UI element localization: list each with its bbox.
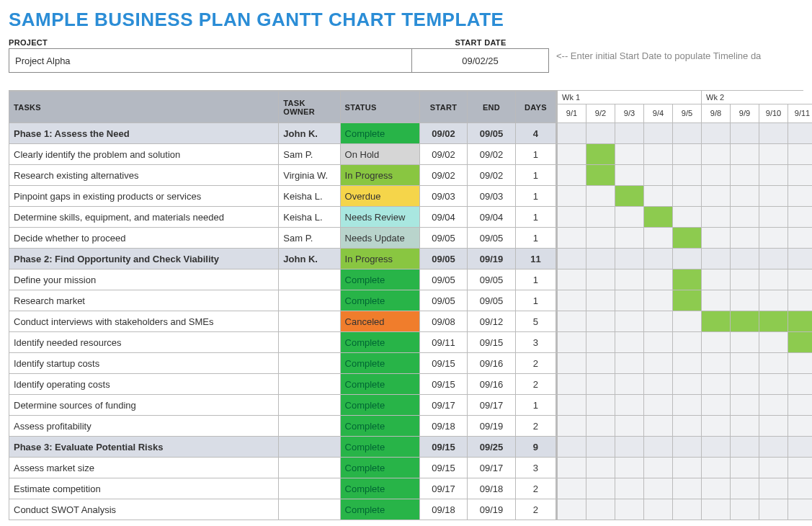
task-start-cell[interactable]: 09/17 (419, 478, 468, 499)
task-end-cell[interactable]: 09/05 (468, 269, 516, 290)
task-name-cell[interactable]: Assess profitability (9, 416, 279, 437)
task-end-cell[interactable]: 09/15 (468, 332, 516, 353)
phase-row[interactable]: Phase 3: Evaluate Potential RisksComplet… (9, 437, 556, 458)
task-status-cell[interactable]: Complete (340, 499, 419, 520)
task-status-cell[interactable]: Complete (340, 416, 419, 437)
task-owner-cell[interactable] (279, 290, 340, 311)
task-row[interactable]: Pinpoint gaps in existing products or se… (9, 186, 556, 207)
task-status-cell[interactable]: Complete (340, 353, 419, 374)
phase-row[interactable]: Phase 1: Assess the NeedJohn K.Complete0… (9, 123, 556, 144)
task-name-cell[interactable]: Phase 1: Assess the Need (9, 123, 279, 144)
task-row[interactable]: Assess profitabilityComplete09/1809/192 (9, 416, 556, 437)
task-start-cell[interactable]: 09/08 (419, 311, 468, 332)
task-start-cell[interactable]: 09/05 (419, 228, 468, 249)
task-end-cell[interactable]: 09/17 (468, 395, 516, 416)
task-end-cell[interactable]: 09/17 (468, 458, 516, 478)
task-owner-cell[interactable] (279, 416, 340, 437)
task-start-cell[interactable]: 09/18 (419, 416, 468, 437)
task-days-cell[interactable]: 5 (515, 311, 556, 332)
task-name-cell[interactable]: Conduct interviews with stakeholders and… (9, 311, 279, 332)
task-row[interactable]: Estimate competitionComplete09/1709/182 (9, 478, 556, 499)
task-start-cell[interactable]: 09/11 (419, 332, 468, 353)
task-row[interactable]: Conduct SWOT AnalysisComplete09/1809/192 (9, 499, 556, 520)
task-end-cell[interactable]: 09/02 (468, 165, 516, 186)
task-owner-cell[interactable] (279, 458, 340, 478)
task-days-cell[interactable]: 1 (515, 186, 556, 207)
task-owner-cell[interactable] (279, 437, 340, 458)
task-row[interactable]: Assess market sizeComplete09/1509/173 (9, 458, 556, 478)
task-status-cell[interactable]: Needs Update (340, 228, 419, 249)
task-status-cell[interactable]: In Progress (340, 165, 419, 186)
task-name-cell[interactable]: Phase 3: Evaluate Potential Risks (9, 437, 279, 458)
task-name-cell[interactable]: Clearly identify the problem and solutio… (9, 144, 279, 165)
task-status-cell[interactable]: Complete (340, 437, 419, 458)
task-status-cell[interactable]: Complete (340, 478, 419, 499)
task-end-cell[interactable]: 09/19 (468, 249, 516, 269)
task-end-cell[interactable]: 09/04 (468, 207, 516, 228)
task-status-cell[interactable]: Complete (340, 269, 419, 290)
task-days-cell[interactable]: 1 (515, 207, 556, 228)
task-owner-cell[interactable]: Keisha L. (279, 186, 340, 207)
task-end-cell[interactable]: 09/05 (468, 290, 516, 311)
task-row[interactable]: Decide whether to proceedSam P.Needs Upd… (9, 228, 556, 249)
task-end-cell[interactable]: 09/03 (468, 186, 516, 207)
task-days-cell[interactable]: 3 (515, 458, 556, 478)
task-days-cell[interactable]: 3 (515, 332, 556, 353)
task-row[interactable]: Identify operating costsComplete09/1509/… (9, 374, 556, 395)
task-days-cell[interactable]: 4 (515, 123, 556, 144)
task-end-cell[interactable]: 09/25 (468, 437, 516, 458)
task-name-cell[interactable]: Determine skills, equipment, and materia… (9, 207, 279, 228)
task-owner-cell[interactable] (279, 269, 340, 290)
task-days-cell[interactable]: 2 (515, 499, 556, 520)
task-days-cell[interactable]: 1 (515, 395, 556, 416)
task-start-cell[interactable]: 09/15 (419, 437, 468, 458)
task-days-cell[interactable]: 1 (515, 144, 556, 165)
task-days-cell[interactable]: 1 (515, 165, 556, 186)
task-start-cell[interactable]: 09/02 (419, 123, 468, 144)
task-owner-cell[interactable] (279, 478, 340, 499)
task-start-cell[interactable]: 09/02 (419, 165, 468, 186)
task-start-cell[interactable]: 09/05 (419, 290, 468, 311)
project-name-cell[interactable]: Project Alpha (9, 48, 412, 73)
task-status-cell[interactable]: Complete (340, 458, 419, 478)
task-name-cell[interactable]: Define your mission (9, 269, 279, 290)
task-days-cell[interactable]: 2 (515, 374, 556, 395)
task-name-cell[interactable]: Conduct SWOT Analysis (9, 499, 279, 520)
task-name-cell[interactable]: Identify needed resources (9, 332, 279, 353)
task-days-cell[interactable]: 2 (515, 353, 556, 374)
task-row[interactable]: Determine sources of fundingComplete09/1… (9, 395, 556, 416)
task-status-cell[interactable]: In Progress (340, 249, 419, 269)
task-name-cell[interactable]: Assess market size (9, 458, 279, 478)
task-owner-cell[interactable] (279, 499, 340, 520)
task-start-cell[interactable]: 09/02 (419, 144, 468, 165)
startdate-cell[interactable]: 09/02/25 (412, 48, 549, 73)
task-start-cell[interactable]: 09/05 (419, 269, 468, 290)
task-status-cell[interactable]: Complete (340, 395, 419, 416)
task-status-cell[interactable]: Complete (340, 290, 419, 311)
task-name-cell[interactable]: Research existing alternatives (9, 165, 279, 186)
task-status-cell[interactable]: Complete (340, 332, 419, 353)
task-row[interactable]: Identify startup costsComplete09/1509/16… (9, 353, 556, 374)
task-status-cell[interactable]: Complete (340, 123, 419, 144)
task-row[interactable]: Conduct interviews with stakeholders and… (9, 311, 556, 332)
task-start-cell[interactable]: 09/15 (419, 374, 468, 395)
task-end-cell[interactable]: 09/16 (468, 374, 516, 395)
task-row[interactable]: Determine skills, equipment, and materia… (9, 207, 556, 228)
task-owner-cell[interactable] (279, 311, 340, 332)
task-name-cell[interactable]: Identify operating costs (9, 374, 279, 395)
task-name-cell[interactable]: Research market (9, 290, 279, 311)
task-name-cell[interactable]: Identify startup costs (9, 353, 279, 374)
task-owner-cell[interactable]: John K. (279, 123, 340, 144)
task-start-cell[interactable]: 09/17 (419, 395, 468, 416)
task-row[interactable]: Research marketComplete09/0509/051 (9, 290, 556, 311)
task-days-cell[interactable]: 2 (515, 416, 556, 437)
task-start-cell[interactable]: 09/03 (419, 186, 468, 207)
task-row[interactable]: Research existing alternativesVirginia W… (9, 165, 556, 186)
task-owner-cell[interactable]: Sam P. (279, 228, 340, 249)
task-end-cell[interactable]: 09/02 (468, 144, 516, 165)
task-owner-cell[interactable] (279, 395, 340, 416)
task-days-cell[interactable]: 9 (515, 437, 556, 458)
task-owner-cell[interactable]: Keisha L. (279, 207, 340, 228)
task-end-cell[interactable]: 09/18 (468, 478, 516, 499)
task-status-cell[interactable]: Canceled (340, 311, 419, 332)
